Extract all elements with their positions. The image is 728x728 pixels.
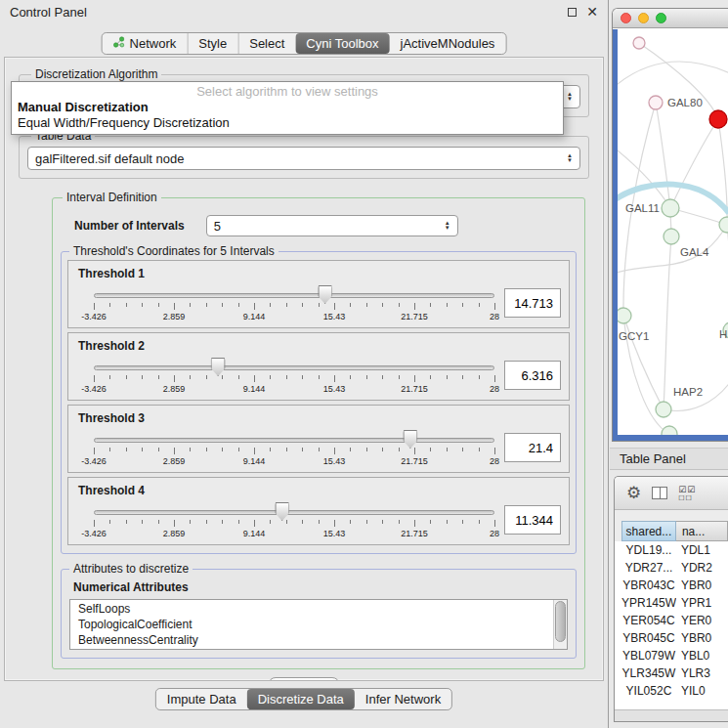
table-cell: YBR0 [676,577,728,594]
table-cell: YLR3 [676,664,728,682]
num-intervals-select[interactable]: 5 ▲▼ [206,215,458,236]
table-row[interactable]: YER054CYER0 [621,612,728,629]
threshold-value-input[interactable] [504,361,561,390]
close-traffic-light-icon[interactable] [621,13,631,23]
slider-thumb[interactable] [318,285,332,304]
tab-select[interactable]: Select [237,33,295,54]
zoom-traffic-light-icon[interactable] [656,13,666,23]
attribute-list-item[interactable]: BetweennessCentrality [78,632,567,648]
tab-jactivemnodules[interactable]: jActiveMNodules [390,33,506,54]
network-node[interactable] [662,199,679,217]
column-header[interactable]: na... [676,521,728,541]
float-window-icon[interactable] [568,8,577,17]
minimize-traffic-light-icon[interactable] [638,13,649,23]
dropdown-option[interactable]: Equal Width/Frequency Discretization [12,115,563,131]
network-node[interactable] [664,229,679,244]
attributes-listbox[interactable]: SelfLoopsTopologicalCoefficientBetweenne… [69,599,568,650]
attributes-scrollbar[interactable] [553,600,567,649]
slider-track[interactable] [94,510,494,515]
slider-thumb[interactable] [275,502,289,521]
threshold-value-input[interactable] [504,505,561,535]
table-row[interactable]: YBR045CYBR0 [621,629,728,647]
node-label: HAP2 [673,386,703,398]
slider-ticks [94,448,494,455]
tab-label: jActiveMNodules [401,36,495,51]
algorithm-dropdown-popup: Select algorithm to view settings Manual… [11,81,564,135]
slider-tick-labels: -3.4262.8599.14415.4321.71528 [94,529,494,539]
table-data-select[interactable]: galFiltered.sif default node ▲▼ [27,147,580,170]
threshold-slider[interactable]: -3.4262.8599.14415.4321.71528 [94,497,494,542]
column-visibility-icons[interactable]: ☑☑☐☐ [678,486,696,501]
tab-network[interactable]: Network [103,33,188,54]
slider-thumb[interactable] [403,430,417,449]
table-data-group: Table Data galFiltered.sif default node … [19,129,589,179]
network-node[interactable] [719,217,728,233]
table-data-select-value: galFiltered.sif default node [35,151,184,166]
table-row[interactable]: YBR043CYBR0 [621,577,728,594]
tab-discretize-data[interactable]: Discretize Data [247,689,355,709]
table-cell: YBR043C [621,577,676,594]
tab-label: Select [249,36,284,51]
network-canvas[interactable]: GAL80GAL11GAL4GCY1HHAP2 [618,29,728,435]
numerical-attributes-label: Numerical Attributes [73,580,572,594]
slider-ticks [94,375,494,383]
slider-track[interactable] [94,365,494,370]
attributes-group-title: Attributes to discretize [69,562,193,576]
table-horizontal-scrollbar[interactable] [615,709,728,721]
table-cell: YDL1 [676,541,728,559]
dropdown-prompt: Select algorithm to view settings [12,84,563,100]
tab-label: Network [130,36,177,51]
table-row[interactable]: YDR27...YDR2 [621,559,728,577]
table-row[interactable]: YPR145WYPR1 [621,594,728,612]
table-cell: YDR27... [621,559,676,577]
threshold-slider[interactable]: -3.4262.8599.14415.4321.71528 [94,425,494,470]
slider-ticks [94,520,494,528]
network-node[interactable] [662,426,677,435]
tab-cyni-toolbox[interactable]: Cyni Toolbox [295,33,389,54]
network-node[interactable] [709,110,727,128]
table-row[interactable]: YLR345WYLR3 [621,664,728,682]
network-node[interactable] [649,96,663,109]
column-header[interactable]: shared... [621,521,676,541]
table-row[interactable]: YIL052CYIL0 [621,682,728,700]
tab-impute-data[interactable]: Impute Data [156,689,247,709]
tab-infer-network[interactable]: Infer Network [355,689,451,709]
table-cell: YBL0 [676,647,728,664]
interval-definition-group: Interval Definition Number of Intervals … [52,191,585,669]
threshold-value-input[interactable] [504,288,561,318]
network-tab-icon [113,36,125,51]
tab-style[interactable]: Style [187,33,237,54]
threshold-panel: Threshold 2-3.4262.8599.14415.4321.71528 [67,332,570,401]
threshold-slider[interactable]: -3.4262.8599.14415.4321.71528 [94,353,494,398]
combo-arrows-icon: ▲▼ [437,221,450,231]
close-window-icon[interactable]: ✕ [586,5,598,19]
combo-arrows-icon: ▲▼ [559,153,573,163]
network-node[interactable] [618,308,631,323]
threshold-panel: Threshold 4-3.4262.8599.14415.4321.71528 [67,477,570,545]
table-row[interactable]: YDL19...YDL1 [621,541,728,559]
attribute-list-item[interactable]: SelfLoops [78,601,567,617]
network-node[interactable] [656,402,671,417]
threshold-label: Threshold 2 [78,339,561,353]
slider-track[interactable] [94,293,494,298]
control-panel-window: Control Panel ✕ NetworkStyleSelectCyni T… [0,0,609,728]
threshold-value-input[interactable] [504,433,561,462]
gear-icon[interactable]: ⚙ [626,485,641,501]
table-cell: YBL079W [621,647,676,664]
network-window-titlebar [613,9,728,28]
slider-track[interactable] [94,438,494,443]
column-selector-icon[interactable] [652,487,667,499]
apply-button[interactable]: Apply [268,677,341,681]
cyni-toolbox-panel: Discretization Algorithm ▲▼ Select algor… [4,57,604,681]
table-row[interactable]: YBL079WYBL0 [621,647,728,664]
attribute-list-item[interactable]: TopologicalCoefficient [78,617,567,632]
threshold-slider[interactable]: -3.4262.8599.14415.4321.71528 [94,280,494,325]
table-panel-title: Table Panel [620,451,686,466]
table-cell: YDL19... [621,541,676,559]
window-title: Control Panel [10,5,87,20]
table-cell: YIL052C [621,682,676,700]
scrollbar-thumb[interactable] [555,601,566,642]
dropdown-option[interactable]: Manual Discretization [12,100,563,115]
network-node[interactable] [633,37,645,49]
slider-thumb[interactable] [211,358,226,376]
